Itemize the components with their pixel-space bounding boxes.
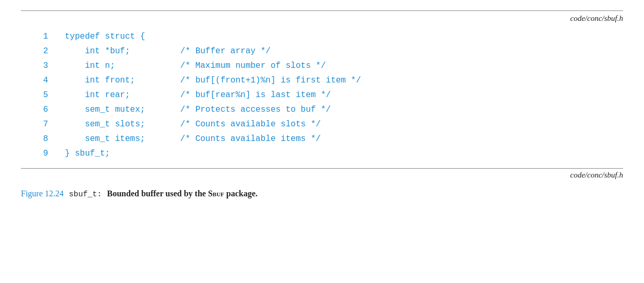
code-comment: /* Counts available items */ [180, 132, 321, 146]
line-number: 1 [31, 29, 48, 44]
code-text: sem_t mutex; [65, 102, 180, 117]
line-number: 3 [31, 58, 48, 73]
code-text: int front; [65, 73, 180, 88]
code-line: 5 int rear; /* buf[rear%n] is last item … [31, 88, 623, 102]
figure-caption: Figure 12.24 sbuf_t: Bounded buffer used… [21, 189, 623, 199]
caption-code: sbuf_t: [69, 190, 102, 199]
code-text: int rear; [65, 88, 180, 102]
code-text: sem_t slots; [65, 117, 180, 132]
code-comment: /* buf[(front+1)%n] is first item */ [180, 73, 361, 88]
code-comment: /* Counts available slots */ [180, 117, 321, 132]
code-comment: /* Buffer array */ [180, 44, 271, 58]
code-text: int n; [65, 58, 180, 73]
code-line: 6 sem_t mutex; /* Protects accesses to b… [31, 102, 623, 117]
line-number: 7 [31, 117, 48, 132]
line-number: 9 [31, 146, 48, 161]
code-line: 3 int n; /* Maximum number of slots */ [31, 58, 623, 73]
filename-bottom: code/conc/sbuf.h [21, 171, 623, 180]
code-line: 9} sbuf_t; [31, 146, 623, 161]
line-number: 4 [31, 73, 48, 88]
code-line: 2 int *buf; /* Buffer array */ [31, 44, 623, 58]
page-container: code/conc/sbuf.h 1typedef struct {2 int … [0, 0, 644, 283]
line-number: 5 [31, 88, 48, 102]
filename-top: code/conc/sbuf.h [21, 14, 623, 23]
code-text: int *buf; [65, 44, 180, 58]
code-comment: /* buf[rear%n] is last item */ [180, 88, 331, 102]
caption-label: Figure 12.24 [21, 189, 64, 198]
top-rule [21, 10, 623, 11]
line-number: 6 [31, 102, 48, 117]
code-text: sem_t items; [65, 132, 180, 146]
line-number: 8 [31, 132, 48, 146]
code-block: 1typedef struct {2 int *buf; /* Buffer a… [21, 25, 623, 165]
code-line: 4 int front; /* buf[(front+1)%n] is firs… [31, 73, 623, 88]
line-number: 2 [31, 44, 48, 58]
caption-text: Bounded buffer used by the Sbuf package. [107, 189, 258, 198]
code-text: } sbuf_t; [65, 146, 110, 161]
code-comment: /* Maximum number of slots */ [180, 58, 326, 73]
bottom-rule [21, 168, 623, 169]
code-text: typedef struct { [65, 29, 145, 44]
code-comment: /* Protects accesses to buf */ [180, 102, 331, 117]
code-line: 1typedef struct { [31, 29, 623, 44]
code-line: 8 sem_t items; /* Counts available items… [31, 132, 623, 146]
caption-package: Sbuf [208, 189, 224, 198]
code-line: 7 sem_t slots; /* Counts available slots… [31, 117, 623, 132]
